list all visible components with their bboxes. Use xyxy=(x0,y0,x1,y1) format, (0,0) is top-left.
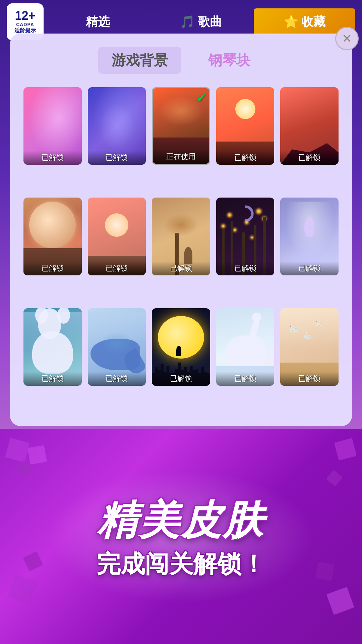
skin-item-2[interactable]: 已解锁 xyxy=(88,87,146,165)
tab-featured[interactable]: 精选 xyxy=(47,8,148,35)
skin-item-7[interactable]: 已解锁 xyxy=(88,198,146,275)
skin-item-5[interactable]: 已解锁 xyxy=(280,87,339,165)
skin-item-4[interactable]: 已解锁 xyxy=(216,87,275,165)
skin-modal: ✕ 游戏背景 钢琴块 已解锁 已解锁 xyxy=(10,34,352,426)
age-hint-label: 适龄提示 xyxy=(14,27,36,34)
skin-item-10[interactable]: 已解锁 xyxy=(280,198,339,275)
skin-item-3[interactable]: ✔ 正在使用 xyxy=(152,87,210,165)
skin-3-label: 正在使用 xyxy=(153,150,209,164)
music-icon: 🎵 xyxy=(180,15,195,29)
tab-favorites-label: 收藏 xyxy=(301,14,325,30)
skin-item-11[interactable]: 已解锁 xyxy=(23,308,82,386)
tab-songs[interactable]: 🎵 歌曲 xyxy=(150,8,252,35)
banner-sub-title: 完成闯关解锁！ xyxy=(97,548,265,580)
skin-15-label: 已解锁 xyxy=(280,372,339,386)
skin-4-label: 已解锁 xyxy=(216,151,275,165)
cadpa-label: CADPA xyxy=(16,22,34,27)
modal-tab-piano[interactable]: 钢琴块 xyxy=(195,47,264,74)
skin-grid: 已解锁 已解锁 ✔ 正在使用 xyxy=(23,87,339,413)
skin-9-label: 已解锁 xyxy=(216,261,275,275)
nav-tabs: 精选 🎵 歌曲 ⭐ 收藏 xyxy=(47,8,355,35)
skin-10-label: 已解锁 xyxy=(280,261,339,275)
skin-2-label: 已解锁 xyxy=(88,151,146,165)
bottom-banner: 精美皮肤 完成闯关解锁！ xyxy=(0,429,362,644)
skin-item-14[interactable]: 已解锁 xyxy=(216,308,275,386)
skin-item-8[interactable]: 已解锁 xyxy=(152,198,210,275)
skin-14-label: 已解锁 xyxy=(216,372,275,386)
modal-tab-background-label: 游戏背景 xyxy=(112,52,168,68)
modal-tab-piano-label: 钢琴块 xyxy=(208,52,250,68)
star-icon: ⭐ xyxy=(284,15,299,29)
skin-item-1[interactable]: 已解锁 xyxy=(23,87,82,165)
skin-11-label: 已解锁 xyxy=(23,372,82,386)
skin-1-label: 已解锁 xyxy=(23,151,82,165)
skin-12-label: 已解锁 xyxy=(88,372,146,386)
close-button[interactable]: ✕ xyxy=(335,27,359,50)
skin-item-9[interactable]: 已解锁 xyxy=(216,198,275,275)
tab-songs-label: 歌曲 xyxy=(198,14,222,30)
skin-13-label: 已解锁 xyxy=(152,372,210,386)
skin-8-label: 已解锁 xyxy=(152,261,210,275)
skin-item-12[interactable]: 已解锁 xyxy=(88,308,146,386)
skin-5-label: 已解锁 xyxy=(280,151,339,165)
skin-6-label: 已解锁 xyxy=(23,261,82,275)
close-icon: ✕ xyxy=(342,32,352,46)
skin-item-6[interactable]: 已解锁 xyxy=(23,198,82,275)
skin-item-13[interactable]: 已解锁 xyxy=(152,308,210,386)
banner-main-title: 精美皮肤 xyxy=(97,493,265,548)
skin-3-check-icon: ✔ xyxy=(196,91,206,105)
skin-7-label: 已解锁 xyxy=(88,261,146,275)
modal-tabs: 游戏背景 钢琴块 xyxy=(23,47,339,74)
modal-tab-background[interactable]: 游戏背景 xyxy=(98,47,181,74)
tab-featured-label: 精选 xyxy=(86,14,110,30)
age-number: 12+ xyxy=(15,10,35,22)
skin-item-15[interactable]: 🦢 🦢 🦢 已解锁 xyxy=(280,308,339,386)
